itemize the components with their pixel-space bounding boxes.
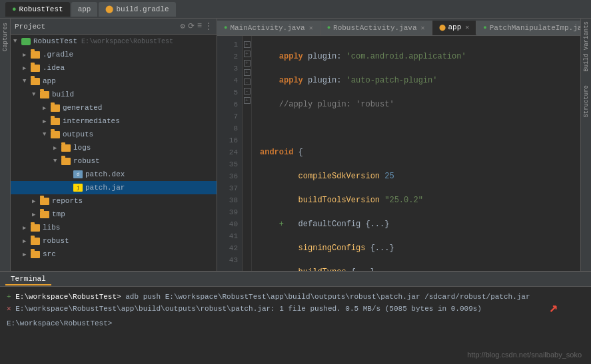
build-variants-label[interactable]: Build Variants (583, 21, 590, 72)
libs-folder-icon (31, 224, 40, 232)
idea-folder-icon (31, 65, 40, 72)
title-tab-buildgradle[interactable]: ⬤ build.gradle (99, 2, 175, 17)
tree-root[interactable]: RobustTest E:\workspace\RobustTest (11, 35, 217, 48)
sync-icon[interactable]: ⟳ (188, 21, 195, 31)
outputs-folder-icon (51, 131, 60, 138)
robust-folder-icon (61, 158, 71, 165)
src-arrow (23, 251, 31, 258)
gradle-label: .gradle (43, 51, 73, 59)
tab-mainactivity[interactable]: ● MainActivity.java ✕ (217, 21, 320, 35)
tree-item-gradle[interactable]: .gradle (11, 48, 217, 61)
patchjar-icon: j (73, 184, 83, 192)
patchjar-label: patch.jar (85, 184, 125, 192)
gradle-tab-label: build.gradle (116, 5, 169, 13)
tree-item-outputs[interactable]: outputs (11, 128, 217, 141)
gear-icon[interactable]: ⚙ (181, 21, 185, 31)
outputs-label: outputs (63, 130, 93, 138)
tree-item-tmp[interactable]: tmp (11, 208, 217, 221)
tree-item-app[interactable]: app (11, 75, 217, 88)
app-tab-label: app (78, 5, 91, 13)
patchmanipulate-dot: ● (483, 25, 486, 31)
intermediates-label: intermediates (63, 117, 120, 125)
tmp-arrow (32, 211, 40, 218)
terminal-header: Terminal (0, 272, 591, 287)
robust-label: robust (43, 237, 69, 245)
build-folder-icon (40, 91, 49, 98)
gradle-folder-icon (31, 51, 40, 59)
intermediates-arrow (43, 118, 51, 125)
reports-folder-icon (40, 198, 49, 205)
generated-folder-icon (51, 104, 60, 112)
gradle-arrow (23, 51, 31, 59)
terminal-line-3: E:\workspace\RobustTest> (7, 317, 584, 329)
src-folder-icon (31, 251, 40, 258)
idea-arrow (23, 65, 31, 72)
app-gradle-dot: ⬤ (439, 24, 446, 31)
terminal-tab[interactable]: Terminal (5, 273, 51, 285)
mainactivity-close[interactable]: ✕ (309, 24, 313, 32)
app-label: app (43, 77, 56, 85)
build-arrow (32, 91, 40, 98)
robust-folder2-icon (31, 238, 40, 245)
terminal-output-text: E:\workspace\RobustTest\app\build\output… (15, 305, 482, 313)
outputs-arrow (43, 131, 51, 138)
terminal-plus-icon: + (7, 293, 11, 301)
terminal-x-icon: ✕ (7, 305, 11, 313)
title-tab-robusttest[interactable]: ● RobustTest (5, 2, 70, 17)
tab-app-gradle[interactable]: ⬤ app ✕ (432, 21, 477, 35)
patchdex-icon: d (73, 170, 83, 178)
tree-item-patchjar[interactable]: j patch.jar ← (11, 181, 217, 194)
mainactivity-label: MainActivity.java (230, 24, 304, 32)
reports-arrow (32, 198, 40, 205)
build-label: build (52, 91, 74, 98)
app-folder-icon (31, 78, 40, 85)
tmp-label: tmp (52, 210, 65, 218)
idea-label: .idea (43, 64, 65, 72)
logs-arrow (53, 144, 61, 152)
tree-item-intermediates[interactable]: intermediates (11, 114, 217, 128)
tree-item-generated[interactable]: generated (11, 101, 217, 114)
terminal-panel: Terminal + E:\workspace\RobustTest> adb … (0, 271, 591, 364)
patchmanipulate-label: PatchManipulateImp.java (490, 24, 580, 32)
tree-item-idea[interactable]: .idea (11, 61, 217, 75)
structure-label[interactable]: Structure (583, 85, 590, 118)
tree-item-patchdex[interactable]: d patch.dex (11, 168, 217, 181)
title-tab-app[interactable]: app (71, 2, 98, 17)
robustactivity-dot: ● (327, 25, 330, 31)
root-label: RobustTest (33, 37, 77, 45)
terminal-arrow-annotation: ↗ (549, 303, 558, 315)
root-folder-icon (21, 38, 31, 45)
root-arrow (13, 38, 21, 45)
root-path: E:\workspace\RobustTest (81, 38, 173, 45)
tree-item-reports[interactable]: reports (11, 194, 217, 208)
robustactivity-close[interactable]: ✕ (420, 24, 424, 32)
collapse-icon[interactable]: ≡ (197, 21, 202, 31)
app-title: RobustTest (19, 5, 63, 13)
tab-patchmanipulate[interactable]: ● PatchManipulateImp.java ✕ (476, 21, 580, 35)
app-gradle-label: app (448, 23, 462, 31)
terminal-line-2: ✕ E:\workspace\RobustTest\app\build\outp… (7, 303, 584, 315)
terminal-content: + E:\workspace\RobustTest> adb push E:\w… (0, 287, 591, 333)
tree-item-build[interactable]: build (11, 88, 217, 101)
project-label: Project (15, 23, 45, 31)
tree-item-logs[interactable]: logs (11, 141, 217, 154)
reports-label: reports (52, 197, 83, 205)
app-gradle-close[interactable]: ✕ (465, 23, 469, 31)
terminal-line-1: + E:\workspace\RobustTest> adb push E:\w… (7, 291, 584, 303)
generated-arrow (43, 104, 51, 112)
captures-label[interactable]: Captures (2, 23, 9, 51)
terminal-cmd-text: adb push E:\workspace\RobustTest\app\bui… (125, 293, 530, 301)
more-icon[interactable]: ⋮ (205, 21, 213, 31)
robust-folder-arrow (53, 158, 61, 164)
tab-robustactivity[interactable]: ● RobustActivity.java ✕ (320, 21, 432, 35)
robust-arrow (23, 238, 31, 245)
tree-item-robust[interactable]: robust (11, 234, 217, 248)
tree-item-libs[interactable]: libs (11, 221, 217, 234)
file-tree-toolbar: Project ⚙ ⟳ ≡ ⋮ (11, 19, 217, 35)
tree-item-src[interactable]: src (11, 248, 217, 261)
watermark: http://blog.csdn.net/snailbaby_soko (467, 351, 582, 359)
title-bar: ● RobustTest app ⬤ build.gradle (0, 0, 591, 19)
editor-tabs: ● MainActivity.java ✕ ● RobustActivity.j… (217, 19, 580, 36)
tree-item-robust-folder[interactable]: robust (11, 154, 217, 168)
logs-folder-icon (61, 144, 71, 152)
